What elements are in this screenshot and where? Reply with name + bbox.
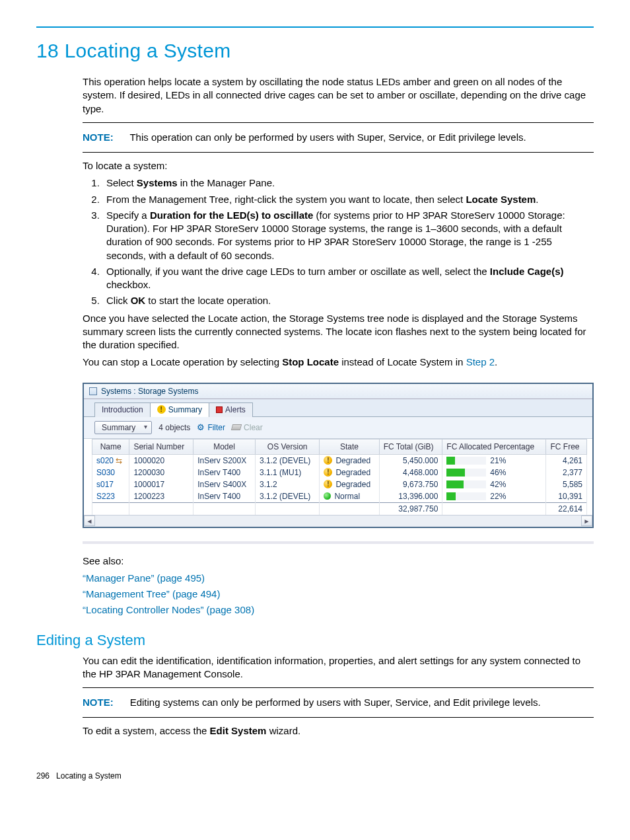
cell-fcalloc: 21% bbox=[442, 454, 546, 467]
col-fcalloc[interactable]: FC Allocated Percentage bbox=[442, 439, 546, 454]
filter-icon: ⚙ bbox=[197, 422, 205, 432]
cell-serial: 1000020 bbox=[129, 454, 193, 467]
systems-table: Name Serial Number Model OS Version Stat… bbox=[92, 439, 587, 515]
filter-button[interactable]: ⚙ Filter bbox=[197, 422, 225, 432]
note-label-edit: NOTE: bbox=[83, 697, 114, 708]
storage-systems-panel: Systems : Storage Systems Introduction !… bbox=[83, 383, 594, 528]
total-fcfree: 22,614 bbox=[546, 502, 587, 515]
totals-row: 32,987.750 22,614 bbox=[92, 502, 587, 515]
step-1: Select Systems in the Manager Pane. bbox=[102, 176, 594, 190]
col-fctotal[interactable]: FC Total (GiB) bbox=[379, 439, 442, 454]
panel-icon bbox=[89, 387, 97, 395]
col-model[interactable]: Model bbox=[193, 439, 256, 454]
after-steps-paragraph: Once you have selected the Locate action… bbox=[83, 312, 594, 352]
page-footer: 296 Locating a System bbox=[36, 771, 594, 781]
cell-fctotal: 5,450.000 bbox=[379, 454, 442, 467]
cell-fcfree: 4,261 bbox=[546, 454, 587, 467]
cell-model: InServ T400 bbox=[193, 467, 256, 478]
chapter-title: 18 Locating a System bbox=[36, 40, 594, 62]
panel-title-text: Systems : Storage Systems bbox=[101, 387, 198, 396]
cell-model: InServ T400 bbox=[193, 490, 256, 503]
panel-tabs: Introduction ! Summary Alerts bbox=[84, 399, 592, 417]
table-row[interactable]: s0171000017InServ S400X3.1.2!Degraded9,6… bbox=[92, 478, 587, 490]
intro-paragraph: This operation helps locate a system by … bbox=[83, 75, 594, 116]
view-selector[interactable]: Summary bbox=[94, 421, 152, 434]
step-2-link[interactable]: Step 2 bbox=[466, 356, 495, 367]
cell-serial: 1000017 bbox=[129, 478, 193, 490]
tab-summary[interactable]: ! Summary bbox=[150, 402, 209, 417]
cell-os: 3.1.2 (DEVEL) bbox=[255, 490, 319, 503]
lead-in: To locate a system: bbox=[83, 159, 594, 172]
note-text-edit: Editing systems can only be performed by… bbox=[130, 697, 541, 708]
see-also-links: “Manager Pane” (page 495) “Management Tr… bbox=[83, 572, 594, 617]
cell-fcalloc: 42% bbox=[442, 478, 546, 490]
col-serial[interactable]: Serial Number bbox=[129, 439, 193, 454]
stop-locate-paragraph: You can stop a Locate operation by selec… bbox=[83, 356, 594, 369]
cell-fcfree: 2,377 bbox=[546, 467, 587, 478]
warning-icon: ! bbox=[324, 480, 332, 488]
warning-icon: ! bbox=[324, 456, 332, 465]
tab-alerts[interactable]: Alerts bbox=[209, 402, 253, 417]
step-5: Click OK to start the locate operation. bbox=[102, 294, 594, 307]
cell-name: s020 ⇆ bbox=[92, 454, 129, 467]
panel-titlebar: Systems : Storage Systems bbox=[84, 384, 592, 399]
cell-name: S030 bbox=[92, 467, 129, 478]
col-name[interactable]: Name bbox=[92, 439, 129, 454]
note-edit: NOTE: Editing systems can only be perfor… bbox=[83, 687, 594, 718]
table-row[interactable]: s020 ⇆1000020InServ S200X3.1.2 (DEVEL)!D… bbox=[92, 454, 587, 467]
edit-paragraph-1: You can edit the identification, identif… bbox=[83, 654, 594, 681]
see-also-1[interactable]: “Manager Pane” (page 495) bbox=[83, 572, 205, 584]
cell-os: 3.1.2 bbox=[255, 478, 319, 490]
col-fcfree[interactable]: FC Free bbox=[546, 439, 587, 454]
cell-model: InServ S400X bbox=[193, 478, 256, 490]
cell-serial: 1200223 bbox=[129, 490, 193, 503]
cell-name: s017 bbox=[92, 478, 129, 490]
cell-model: InServ S200X bbox=[193, 454, 256, 467]
cell-fcalloc: 46% bbox=[442, 467, 546, 478]
cell-serial: 1200030 bbox=[129, 467, 193, 478]
note-text: This operation can only be performed by … bbox=[129, 132, 526, 143]
horizontal-scrollbar[interactable]: ◄ ► bbox=[84, 515, 592, 527]
step-2: From the Management Tree, right-click th… bbox=[102, 193, 594, 206]
note-locate: NOTE: This operation can only be perform… bbox=[83, 122, 594, 153]
section-editing: Editing a System bbox=[36, 632, 594, 649]
locate-icon: ⇆ bbox=[116, 456, 122, 465]
cell-name: S223 bbox=[92, 490, 129, 503]
eraser-icon bbox=[231, 424, 242, 430]
scroll-right-button[interactable]: ► bbox=[581, 515, 592, 526]
step-4: Optionally, if you want the drive cage L… bbox=[102, 265, 594, 292]
table-row[interactable]: S2231200223InServ T4003.1.2 (DEVEL)Norma… bbox=[92, 490, 587, 503]
cell-fctotal: 13,396.000 bbox=[379, 490, 442, 503]
see-also-3[interactable]: “Locating Controller Nodes” (page 308) bbox=[83, 604, 254, 615]
info-icon: ! bbox=[157, 405, 166, 414]
cell-fcfree: 10,391 bbox=[546, 490, 587, 503]
flag-icon bbox=[216, 406, 223, 413]
tab-introduction[interactable]: Introduction bbox=[94, 402, 151, 417]
total-fctotal: 32,987.750 bbox=[379, 502, 442, 515]
cell-fctotal: 4,468.000 bbox=[379, 467, 442, 478]
cell-fcalloc: 22% bbox=[442, 490, 546, 503]
ok-icon bbox=[324, 492, 331, 500]
edit-paragraph-2: To edit a system, access the Edit System… bbox=[83, 724, 594, 738]
warning-icon: ! bbox=[324, 468, 332, 477]
scroll-left-button[interactable]: ◄ bbox=[84, 515, 95, 526]
cell-os: 3.1.2 (DEVEL) bbox=[255, 454, 319, 467]
note-label: NOTE: bbox=[83, 132, 114, 143]
col-state[interactable]: State bbox=[320, 439, 379, 454]
see-also-label: See also: bbox=[83, 554, 594, 568]
cell-os: 3.1.1 (MU1) bbox=[255, 467, 319, 478]
object-count: 4 objects bbox=[158, 423, 190, 432]
cell-state: Normal bbox=[320, 490, 379, 503]
step-3: Specify a Duration for the LED(s) to osc… bbox=[102, 209, 594, 262]
col-os[interactable]: OS Version bbox=[255, 439, 319, 454]
clear-button[interactable]: Clear bbox=[232, 423, 263, 432]
cell-fcfree: 5,585 bbox=[546, 478, 587, 490]
see-also-2[interactable]: “Management Tree” (page 494) bbox=[83, 588, 220, 599]
cell-state: !Degraded bbox=[320, 454, 379, 467]
panel-toolbar: Summary 4 objects ⚙ Filter Clear bbox=[84, 417, 592, 439]
cell-state: !Degraded bbox=[320, 478, 379, 490]
procedure-steps: Select Systems in the Manager Pane. From… bbox=[83, 176, 594, 307]
cell-state: !Degraded bbox=[320, 467, 379, 478]
cell-fctotal: 9,673.750 bbox=[379, 478, 442, 490]
table-row[interactable]: S0301200030InServ T4003.1.1 (MU1)!Degrad… bbox=[92, 467, 587, 478]
